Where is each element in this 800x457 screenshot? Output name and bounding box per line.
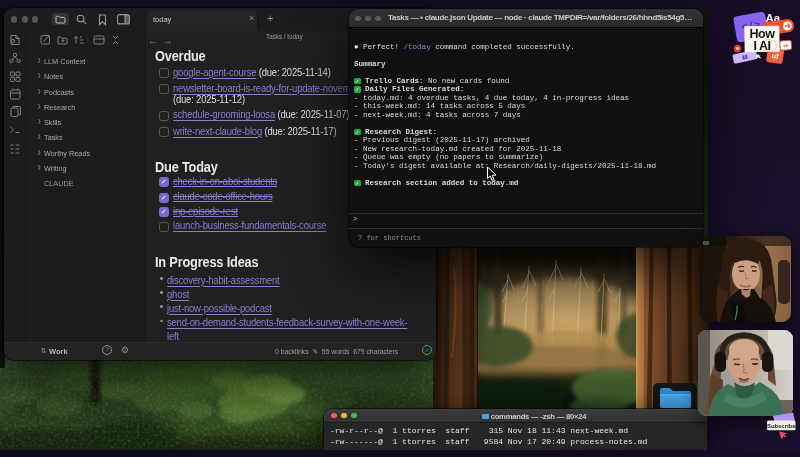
svg-text:Subscribe: Subscribe — [767, 423, 796, 429]
svg-text:I AI: I AI — [754, 39, 771, 53]
